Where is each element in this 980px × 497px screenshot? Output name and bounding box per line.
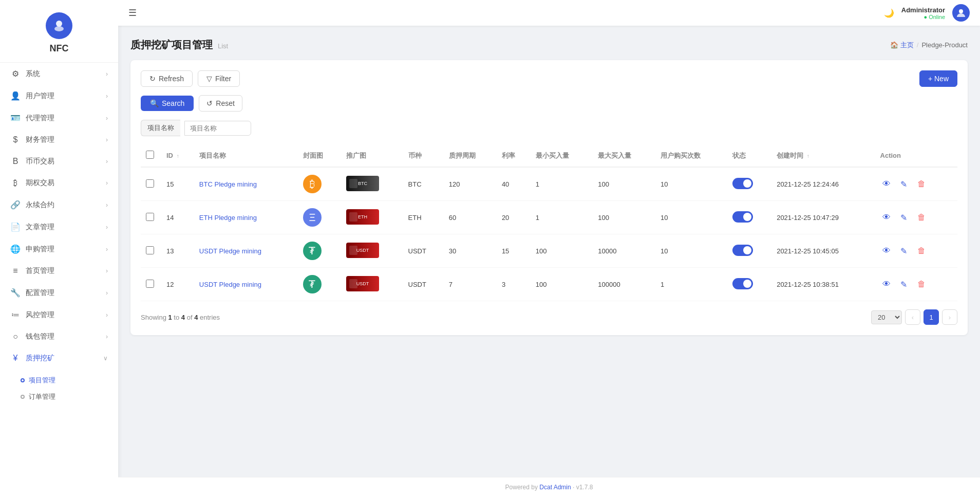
sidebar-item-wallet[interactable]: ○钱包管理 › — [0, 326, 118, 347]
search-bar: 🔍 Search ↺ Reset — [141, 95, 957, 112]
row-rate: 3 — [497, 268, 531, 301]
pledge-submenu: 项目管理 订单管理 — [0, 369, 118, 408]
status-toggle[interactable] — [732, 211, 753, 223]
sidebar-item-order-management[interactable]: 订单管理 — [21, 389, 118, 405]
pagination-row: Showing 1 to 4 of 4 entries 20 50 100 ‹ — [141, 309, 957, 325]
reset-button[interactable]: ↺ Reset — [199, 95, 242, 112]
row-id: 14 — [161, 201, 194, 234]
row-checkbox[interactable] — [146, 179, 154, 188]
row-min: 100 — [531, 234, 593, 268]
breadcrumb-home-link[interactable]: 🏠 主页 — [890, 41, 914, 50]
delete-icon[interactable]: 🗑 — [915, 278, 928, 290]
view-icon[interactable]: 👁 — [880, 211, 893, 224]
nav-dot — [21, 378, 25, 382]
edit-icon[interactable]: ✎ — [898, 245, 910, 257]
status-toggle[interactable] — [732, 245, 753, 256]
sidebar-item-homepage[interactable]: ≡首页管理 › — [0, 260, 118, 282]
contract-icon: 🔗 — [10, 200, 21, 210]
sidebar-item-agent[interactable]: 🪪代理管理 › — [0, 107, 118, 129]
sidebar-item-article[interactable]: 📄文章管理 › — [0, 216, 118, 238]
page-size-select[interactable]: 20 50 100 — [871, 310, 902, 324]
row-created: 2021-12-25 12:24:46 — [771, 167, 875, 201]
dark-mode-toggle[interactable]: 🌙 — [884, 8, 894, 18]
search-button[interactable]: 🔍 Search — [141, 96, 194, 111]
chevron-icon: › — [106, 158, 108, 165]
sidebar-item-contract[interactable]: 🔗永续合约 › — [0, 194, 118, 216]
table-row: 13 USDT Pledge mining ₮ USDT USDT 30 15 … — [141, 234, 957, 268]
row-min: 1 — [531, 167, 593, 201]
project-name-input[interactable] — [184, 121, 251, 136]
view-icon[interactable]: 👁 — [880, 178, 893, 190]
main-area: ☰ 🌙 Administrator ● Online 质押挖矿项目管理 List… — [118, 0, 980, 497]
svg-rect-8 — [349, 212, 357, 222]
edit-icon[interactable]: ✎ — [898, 178, 910, 190]
select-all-checkbox[interactable] — [146, 151, 154, 159]
main-card: ↻ Refresh ▽ Filter + New 🔍 Search — [130, 60, 968, 335]
sidebar-item-config[interactable]: 🔧配置管理 › — [0, 282, 118, 304]
delete-icon[interactable]: 🗑 — [915, 178, 928, 190]
chevron-icon: › — [106, 267, 108, 274]
topbar: ☰ 🌙 Administrator ● Online — [118, 0, 980, 26]
edit-icon[interactable]: ✎ — [898, 278, 910, 290]
subscribe-icon: 🌐 — [10, 244, 21, 254]
data-table: ID ↑ 项目名称 封面图 推广图 币种 质押周期 利率 最小买入量 最大买入量… — [141, 144, 957, 301]
row-name: ETH Pledge mining — [194, 201, 298, 234]
col-created: 创建时间 ↑ — [771, 144, 875, 167]
row-promo: USDT — [341, 234, 403, 268]
page-title-row: 质押挖矿项目管理 List — [130, 38, 228, 52]
prev-page-button[interactable]: ‹ — [905, 309, 920, 325]
refresh-button[interactable]: ↻ Refresh — [141, 70, 193, 87]
row-checkbox[interactable] — [146, 280, 154, 288]
breadcrumb: 🏠 主页 / Pledge-Product — [890, 41, 968, 50]
view-icon[interactable]: 👁 — [880, 278, 893, 290]
col-coin: 币种 — [403, 144, 444, 167]
row-actions: 👁 ✎ 🗑 — [875, 234, 957, 268]
view-icon[interactable]: 👁 — [880, 245, 893, 257]
sidebar-item-trade[interactable]: B币币交易 › — [0, 151, 118, 172]
row-checkbox[interactable] — [146, 246, 154, 254]
row-period: 7 — [444, 268, 497, 301]
pagination: 20 50 100 ‹ 1 › — [871, 309, 957, 325]
delete-icon[interactable]: 🗑 — [915, 245, 928, 257]
avatar[interactable] — [952, 4, 970, 22]
sidebar-item-finance[interactable]: $财务管理 › — [0, 129, 118, 151]
row-cover: ₮ — [298, 234, 341, 268]
next-page-button[interactable]: › — [942, 309, 957, 325]
footer-link[interactable]: Dcat Admin — [539, 484, 571, 491]
user-info: Administrator ● Online — [901, 6, 945, 20]
row-coin: BTC — [403, 167, 444, 201]
search-icon: 🔍 — [150, 99, 159, 107]
filter-button[interactable]: ▽ Filter — [198, 70, 240, 87]
chevron-down-icon: ∨ — [103, 355, 108, 362]
sidebar-item-pledge[interactable]: ¥质押挖矿 ∨ — [0, 347, 118, 369]
edit-icon[interactable]: ✎ — [898, 211, 910, 224]
page-title: 质押挖矿项目管理 — [130, 38, 213, 52]
row-status — [727, 201, 771, 234]
gear-icon: ⚙ — [10, 69, 21, 79]
new-button[interactable]: + New — [919, 70, 957, 87]
status-toggle[interactable] — [732, 278, 753, 289]
status-toggle[interactable] — [732, 178, 753, 189]
row-checkbox[interactable] — [146, 213, 154, 221]
content-area: 质押挖矿项目管理 List 🏠 主页 / Pledge-Product ↻ Re… — [118, 26, 980, 477]
sidebar-item-system[interactable]: ⚙系统 › — [0, 63, 118, 85]
row-actions: 👁 ✎ 🗑 — [875, 167, 957, 201]
row-name: USDT Pledge mining — [194, 268, 298, 301]
sidebar-item-project-management[interactable]: 项目管理 — [21, 372, 118, 389]
sidebar-item-option[interactable]: ₿期权交易 › — [0, 172, 118, 194]
svg-rect-11 — [349, 246, 357, 255]
row-rate: 20 — [497, 201, 531, 234]
table-row: 15 BTC Pledge mining ₿ BTC BTC 120 40 1 … — [141, 167, 957, 201]
row-created: 2021-12-25 10:38:51 — [771, 268, 875, 301]
menu-toggle-button[interactable]: ☰ — [128, 7, 137, 19]
delete-icon[interactable]: 🗑 — [915, 211, 928, 224]
row-id: 12 — [161, 268, 194, 301]
sidebar-item-user[interactable]: 👤用户管理 › — [0, 85, 118, 107]
col-rate: 利率 — [497, 144, 531, 167]
page-1-button[interactable]: 1 — [924, 309, 939, 325]
col-promo: 推广图 — [341, 144, 403, 167]
sidebar-item-subscribe[interactable]: 🌐申购管理 › — [0, 238, 118, 260]
row-status — [727, 268, 771, 301]
pledge-icon: ¥ — [10, 354, 21, 363]
sidebar-item-risk[interactable]: ≔风控管理 › — [0, 304, 118, 326]
